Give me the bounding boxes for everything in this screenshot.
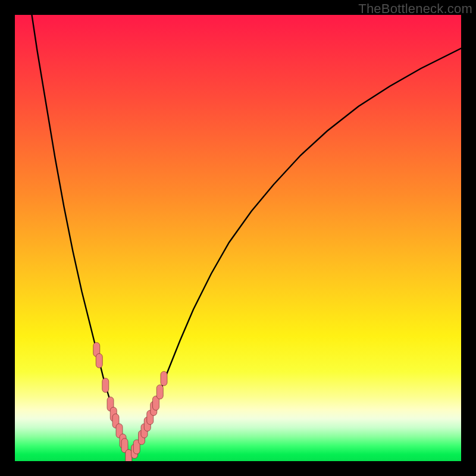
marker-point bbox=[96, 353, 102, 368]
marker-point bbox=[126, 450, 132, 462]
marker-point bbox=[161, 371, 167, 386]
plot-area bbox=[15, 15, 461, 461]
watermark-text: TheBottleneck.com bbox=[358, 1, 472, 17]
chart-frame: TheBottleneck.com bbox=[0, 0, 476, 476]
marker-point bbox=[102, 378, 109, 393]
gradient-background bbox=[15, 15, 461, 461]
marker-point bbox=[156, 385, 163, 399]
plot-svg bbox=[15, 15, 461, 461]
